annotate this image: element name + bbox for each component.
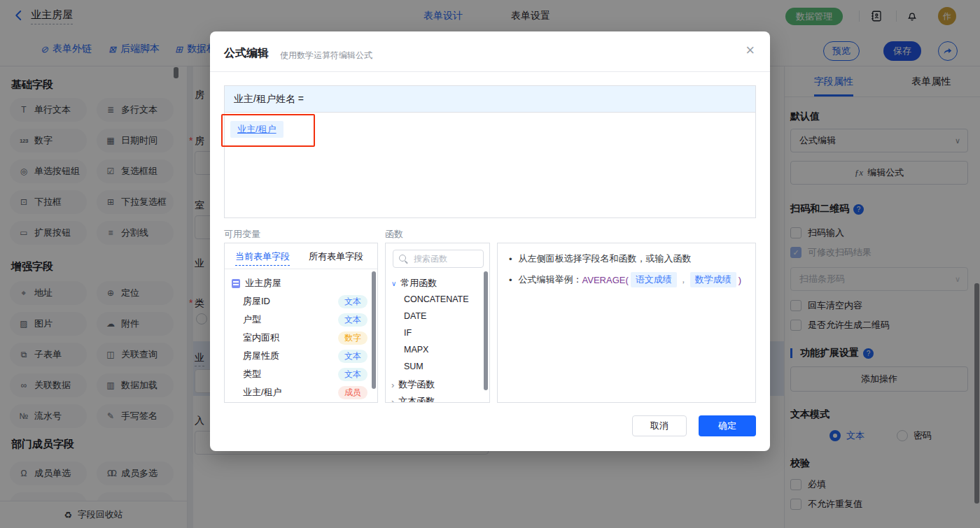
help-tip-text: 从左侧面板选择字段名和函数，或输入函数 bbox=[519, 252, 692, 265]
dialog-divider bbox=[210, 71, 770, 72]
help-panel: • 从左侧面板选择字段名和函数，或输入函数 • 公式编辑举例： AVERAGE(… bbox=[497, 243, 756, 403]
dialog-subtitle: 使用数学运算符编辑公式 bbox=[280, 50, 372, 62]
function-item[interactable]: DATE bbox=[404, 311, 426, 321]
help-tip-2: • 公式编辑举例： AVERAGE( 语文成绩 ， 数学成绩 ) bbox=[509, 272, 741, 287]
chevron-open-icon: ∨ bbox=[391, 280, 396, 287]
tab-current-form-fields[interactable]: 当前表单字段 bbox=[235, 250, 290, 266]
type-badge-number: 数字 bbox=[338, 331, 368, 345]
formula-edit-dialog: 公式编辑 使用数学运算符编辑公式 × 业主/租户姓名 = 业主/租户 可用变量 … bbox=[210, 31, 770, 451]
form-doc-icon bbox=[232, 279, 240, 288]
form-name: 业主房屋 bbox=[245, 277, 281, 290]
function-group-label: 数学函数 bbox=[398, 378, 435, 391]
form-tree-root[interactable]: 业主房屋 bbox=[232, 276, 281, 291]
type-badge-text: 文本 bbox=[338, 295, 368, 308]
formula-target-bar: 业主/租户姓名 = bbox=[225, 86, 755, 113]
function-group-math[interactable]: › 数学函数 bbox=[391, 377, 435, 392]
function-search[interactable] bbox=[393, 250, 484, 268]
close-icon[interactable]: × bbox=[746, 43, 755, 58]
help-example-comma: ， bbox=[679, 273, 688, 286]
variable-item[interactable]: 类型 bbox=[243, 366, 261, 382]
type-badge-text: 文本 bbox=[338, 350, 368, 363]
chevron-closed-icon: › bbox=[391, 397, 394, 404]
app-window: 业主房屋 表单设计 表单设置 数据管理 作 ⊘ 表单外链 ⊠ 后端脚本 ⊞ 数据… bbox=[0, 0, 980, 528]
variables-panel: 当前表单字段 所有表单字段 业主房屋 房屋ID 文本 户型 文本 室内面积 数字… bbox=[224, 243, 378, 403]
cancel-button[interactable]: 取消 bbox=[632, 415, 687, 436]
type-badge-member: 成员 bbox=[338, 386, 368, 399]
functions-scrollbar-thumb[interactable] bbox=[484, 271, 488, 390]
functions-label: 函数 bbox=[385, 228, 403, 241]
variable-item[interactable]: 户型 bbox=[243, 312, 261, 327]
variable-item[interactable]: 房屋ID bbox=[243, 294, 270, 309]
function-item[interactable]: CONCATENATE bbox=[404, 294, 469, 304]
type-badge-text: 文本 bbox=[338, 313, 368, 327]
confirm-button[interactable]: 确定 bbox=[699, 415, 756, 436]
functions-panel: ∨ 常用函数 CONCATENATE DATE IF MAPX SUM › 数学… bbox=[385, 243, 490, 403]
help-example-function: AVERAGE( bbox=[582, 275, 629, 285]
annotation-red-box bbox=[221, 114, 315, 147]
bullet-icon: • bbox=[509, 254, 512, 264]
variables-label: 可用变量 bbox=[224, 228, 260, 241]
function-group-label: 常用函数 bbox=[400, 277, 437, 290]
formula-editor[interactable]: 业主/租户姓名 = bbox=[224, 85, 756, 218]
function-search-input[interactable] bbox=[412, 253, 472, 264]
tab-all-form-fields[interactable]: 所有表单字段 bbox=[309, 250, 363, 263]
bullet-icon: • bbox=[509, 275, 512, 285]
variable-item[interactable]: 业主/租户 bbox=[243, 385, 282, 400]
variables-scrollbar-thumb[interactable] bbox=[372, 271, 376, 389]
dialog-title: 公式编辑 bbox=[224, 46, 269, 61]
help-example-arg2-chip: 数学成绩 bbox=[690, 272, 736, 287]
type-badge-text: 文本 bbox=[338, 368, 368, 381]
help-example-arg1-chip: 语文成绩 bbox=[631, 272, 677, 287]
formula-target-text: 业主/租户姓名 = bbox=[234, 93, 304, 106]
function-item[interactable]: SUM bbox=[404, 362, 424, 371]
function-group-label: 文本函数 bbox=[398, 395, 435, 403]
function-group-textfn[interactable]: › 文本函数 bbox=[391, 394, 435, 403]
search-icon bbox=[399, 255, 408, 264]
function-item[interactable]: MAPX bbox=[404, 345, 428, 355]
variable-item[interactable]: 室内面积 bbox=[243, 330, 279, 345]
variables-tabs: 当前表单字段 所有表单字段 bbox=[225, 243, 377, 269]
help-example-prefix: 公式编辑举例： bbox=[519, 273, 582, 286]
function-item[interactable]: IF bbox=[404, 328, 412, 338]
variable-item[interactable]: 房屋性质 bbox=[243, 348, 279, 364]
help-tip-1: • 从左侧面板选择字段名和函数，或输入函数 bbox=[509, 252, 692, 265]
chevron-closed-icon: › bbox=[391, 380, 394, 390]
function-group-common[interactable]: ∨ 常用函数 bbox=[391, 276, 437, 291]
help-example-close-paren: ) bbox=[738, 275, 741, 285]
